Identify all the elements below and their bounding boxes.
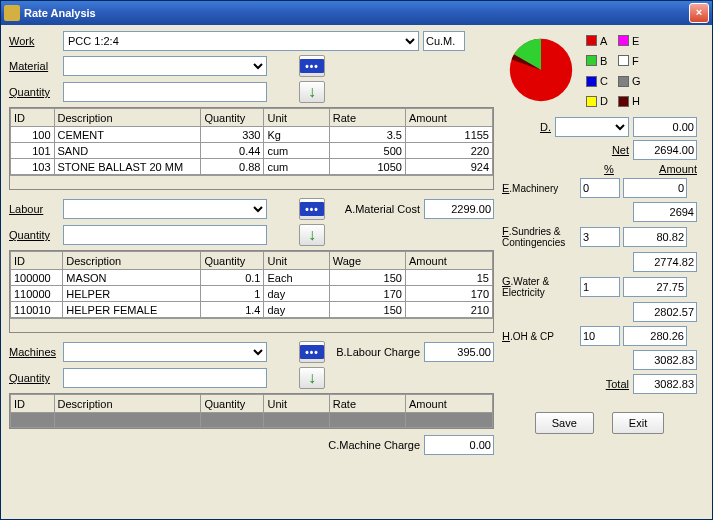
legend-item: B: [586, 51, 608, 70]
d-value: [633, 117, 697, 137]
machine-charge-value: [424, 435, 494, 455]
h-input[interactable]: [580, 326, 620, 346]
labour-label: Labour: [9, 203, 59, 215]
machines-select[interactable]: [63, 342, 267, 362]
save-button[interactable]: Save: [535, 412, 594, 434]
labour-charge-value: [424, 342, 494, 362]
legend-item: G: [618, 72, 641, 91]
f-output: [623, 227, 687, 247]
labour-grid[interactable]: IDDescriptionQuantityUnitWageAmount 1000…: [9, 250, 494, 333]
g-input[interactable]: [580, 277, 620, 297]
close-button[interactable]: ×: [689, 3, 709, 23]
machines-lookup-button[interactable]: •••: [299, 341, 325, 363]
pie-chart: [502, 31, 580, 109]
d-label: D.: [540, 121, 551, 133]
material-select[interactable]: [63, 56, 267, 76]
table-row[interactable]: 100CEMENT330Kg3.51155: [11, 127, 493, 143]
legend-item: E: [618, 31, 641, 50]
f-label: F.Sundries &Contingencies: [502, 226, 577, 248]
e-output: [623, 178, 687, 198]
legend-item: A: [586, 31, 608, 50]
labour-qty-label: Quantity: [9, 229, 59, 241]
labour-add-button[interactable]: ↓: [299, 224, 325, 246]
total-value: [633, 374, 697, 394]
material-add-button[interactable]: ↓: [299, 81, 325, 103]
material-grid[interactable]: IDDescriptionQuantityUnitRateAmount 100C…: [9, 107, 494, 190]
g-output: [623, 277, 687, 297]
exit-button[interactable]: Exit: [612, 412, 664, 434]
g-label: G.Water &Electricity: [502, 276, 577, 298]
subtotal-4: [633, 350, 697, 370]
table-row[interactable]: 101SAND0.44cum500220: [11, 143, 493, 159]
net-value: [633, 140, 697, 160]
material-lookup-button[interactable]: •••: [299, 55, 325, 77]
legend-item: D: [586, 92, 608, 111]
machines-grid[interactable]: IDDescriptionQuantityUnitRateAmount: [9, 393, 494, 429]
d-select[interactable]: [555, 117, 629, 137]
legend-item: H: [618, 92, 641, 111]
amount-header: Amount: [633, 163, 697, 175]
table-row[interactable]: 103STONE BALLAST 20 MM0.88cum1050924: [11, 159, 493, 175]
material-qty-label: Quantity: [9, 86, 59, 98]
work-label: Work: [9, 35, 59, 47]
legend-item: C: [586, 72, 608, 91]
subtotal-1: [633, 202, 697, 222]
pct-header: %: [589, 163, 629, 175]
subtotal-3: [633, 302, 697, 322]
material-label: Material: [9, 60, 59, 72]
labour-lookup-button[interactable]: •••: [299, 198, 325, 220]
machines-qty-input[interactable]: [63, 368, 267, 388]
table-row: [11, 413, 493, 428]
h-output: [623, 326, 687, 346]
net-label: Net: [612, 144, 629, 156]
work-select[interactable]: PCC 1:2:4: [63, 31, 419, 51]
material-cost-value: [424, 199, 494, 219]
machines-add-button[interactable]: ↓: [299, 367, 325, 389]
app-icon: [4, 5, 20, 21]
arrow-down-icon: ↓: [308, 369, 316, 387]
table-row[interactable]: 100000MASON0.1Each15015: [11, 270, 493, 286]
subtotal-2: [633, 252, 697, 272]
e-input[interactable]: [580, 178, 620, 198]
material-cost-label: A.Material Cost: [329, 203, 420, 215]
machines-qty-label: Quantity: [9, 372, 59, 384]
table-row[interactable]: 110010HELPER FEMALE1.4day150210: [11, 302, 493, 318]
labour-charge-label: B.Labour Charge: [329, 346, 420, 358]
f-input[interactable]: [580, 227, 620, 247]
labour-select[interactable]: [63, 199, 267, 219]
arrow-down-icon: ↓: [308, 83, 316, 101]
table-row[interactable]: 110000HELPER1day170170: [11, 286, 493, 302]
machine-charge-label: C.Machine Charge: [328, 439, 420, 451]
work-unit[interactable]: [423, 31, 465, 51]
titlebar: Rate Analysis ×: [1, 1, 712, 25]
labour-qty-input[interactable]: [63, 225, 267, 245]
total-label: Total: [606, 378, 629, 390]
window-title: Rate Analysis: [24, 7, 689, 19]
e-label: E.Machinery: [502, 183, 577, 194]
h-label: H.OH & CP: [502, 331, 577, 342]
arrow-down-icon: ↓: [308, 226, 316, 244]
pie-legend: AEBFCGDH: [586, 31, 641, 111]
material-qty-input[interactable]: [63, 82, 267, 102]
machines-label: Machines: [9, 346, 59, 358]
legend-item: F: [618, 51, 641, 70]
